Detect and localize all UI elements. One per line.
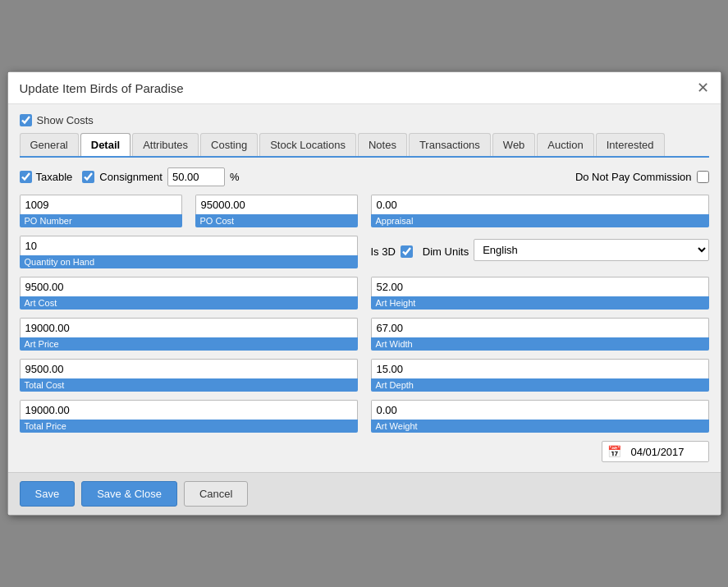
total-right-1: Art Depth	[371, 359, 709, 392]
is3d-checkbox[interactable]	[401, 245, 413, 258]
dialog-titlebar: Update Item Birds of Paradise ✕	[8, 72, 721, 104]
tab-web[interactable]: Web	[492, 133, 536, 156]
close-button[interactable]: ✕	[697, 80, 709, 95]
dialog-body: Show Costs General Detail Attributes Cos…	[8, 104, 721, 472]
po-cost-label: PO Cost	[195, 214, 358, 227]
save-close-button[interactable]: Save & Close	[81, 481, 177, 507]
art-price-label: Art Price	[20, 337, 358, 351]
total-cost-input[interactable]	[20, 359, 358, 378]
consignment-group: Consignment %	[82, 167, 239, 186]
total-right-2: Art Weight	[371, 400, 709, 433]
quantity-label: Quantity on Hand	[20, 255, 358, 268]
save-button[interactable]: Save	[20, 481, 76, 507]
taxable-label: Taxable	[36, 171, 73, 183]
tab-transactions[interactable]: Transactions	[409, 133, 491, 156]
consignment-label: Consignment	[99, 171, 163, 183]
date-input[interactable]	[626, 443, 708, 461]
taxable-group: Taxable	[20, 171, 73, 183]
calendar-icon[interactable]: 📅	[602, 442, 626, 461]
art-width-label: Art Width	[371, 337, 709, 351]
art-right-2: Art Width	[371, 318, 709, 351]
tab-interested[interactable]: Interested	[596, 133, 665, 156]
art-left-2: Art Price	[20, 318, 358, 351]
show-costs-checkbox[interactable]	[20, 114, 32, 126]
po-number-input[interactable]	[20, 195, 182, 214]
total-cost-label: Total Cost	[20, 378, 358, 392]
date-field: 📅	[602, 441, 709, 462]
art-price-row: Art Price Art Width	[20, 318, 709, 351]
qty-right: Is 3D Dim Units English Metric	[371, 236, 709, 268]
cancel-button[interactable]: Cancel	[184, 481, 248, 507]
show-costs-row: Show Costs	[20, 114, 709, 126]
po-number-label: PO Number	[20, 214, 182, 227]
art-depth-input[interactable]	[371, 359, 709, 378]
art-price-input[interactable]	[20, 318, 358, 337]
qty-row: Quantity on Hand Is 3D Dim Units English…	[20, 236, 709, 268]
art-height-input[interactable]	[371, 277, 709, 296]
art-cost-row: Art Cost Art Height	[20, 277, 709, 310]
po-row: PO Number PO Cost Appraisal	[20, 195, 709, 227]
art-height-label: Art Height	[371, 296, 709, 310]
tab-attributes[interactable]: Attributes	[132, 133, 199, 156]
art-cost-input[interactable]	[20, 277, 358, 296]
taxable-checkbox[interactable]	[20, 171, 32, 183]
total-price-label: Total Price	[20, 420, 358, 433]
art-left-1: Art Cost	[20, 277, 358, 310]
consignment-checkbox[interactable]	[82, 171, 94, 183]
qty-left: Quantity on Hand	[20, 236, 358, 268]
percent-sign: %	[230, 171, 240, 183]
art-weight-input[interactable]	[371, 400, 709, 420]
total-cost-row: Total Cost Art Depth	[20, 359, 709, 392]
art-width-input[interactable]	[371, 318, 709, 337]
do-not-pay-group: Do Not Pay Commission	[575, 171, 709, 183]
art-depth-label: Art Depth	[371, 378, 709, 392]
tab-stock-locations[interactable]: Stock Locations	[259, 133, 356, 156]
total-left-1: Total Cost	[20, 359, 358, 392]
show-costs-label: Show Costs	[37, 114, 94, 126]
options-row: Taxable Consignment % Do Not Pay Commiss…	[20, 167, 709, 186]
dim-units-select[interactable]: English Metric	[474, 239, 708, 261]
date-row: 📅	[20, 441, 709, 462]
left-col-1: PO Number PO Cost	[20, 195, 358, 227]
total-left-2: Total Price	[20, 400, 358, 433]
tab-auction[interactable]: Auction	[537, 133, 593, 156]
is3d-label: Is 3D	[371, 245, 396, 258]
is3d-group: Is 3D	[371, 245, 413, 258]
do-not-pay-label: Do Not Pay Commission	[575, 171, 692, 183]
art-right-1: Art Height	[371, 277, 709, 310]
art-weight-label: Art Weight	[371, 420, 709, 433]
total-price-input[interactable]	[20, 400, 358, 420]
tab-notes[interactable]: Notes	[358, 133, 407, 156]
dim-units-label: Dim Units	[423, 245, 469, 258]
tab-general[interactable]: General	[20, 133, 79, 156]
appraisal-label: Appraisal	[371, 214, 709, 227]
total-price-row: Total Price Art Weight	[20, 400, 709, 433]
appraisal-input[interactable]	[371, 195, 709, 214]
tabs: General Detail Attributes Costing Stock …	[20, 133, 709, 158]
po-cost-input[interactable]	[195, 195, 358, 214]
dialog-title: Update Item Birds of Paradise	[20, 81, 184, 95]
update-item-dialog: Update Item Birds of Paradise ✕ Show Cos…	[7, 71, 721, 516]
dim-units-group: Dim Units English Metric	[423, 239, 709, 261]
tab-detail[interactable]: Detail	[80, 133, 130, 156]
art-cost-label: Art Cost	[20, 296, 358, 310]
tab-costing[interactable]: Costing	[200, 133, 258, 156]
do-not-pay-checkbox[interactable]	[697, 171, 709, 183]
right-col-1: Appraisal	[371, 195, 709, 227]
quantity-input[interactable]	[20, 236, 358, 255]
dialog-footer: Save Save & Close Cancel	[8, 472, 721, 515]
consignment-percent-input[interactable]	[167, 167, 225, 186]
